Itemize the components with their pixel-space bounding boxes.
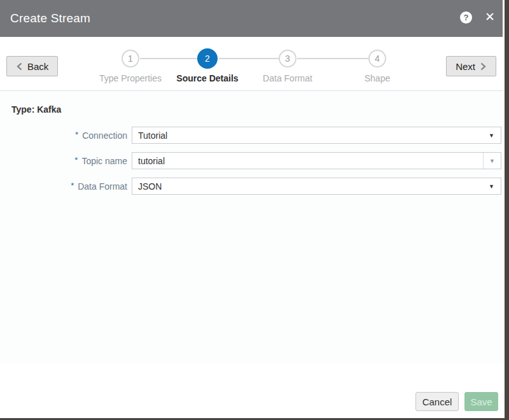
stream-type-label: Type: Kafka: [11, 104, 505, 114]
stepper-connector: [297, 58, 368, 59]
topic-name-combobox: ▼: [132, 152, 501, 169]
data-format-row: * Data Format JSON ▼: [0, 178, 501, 195]
chevron-down-icon: ▼: [489, 132, 494, 139]
required-icon: *: [75, 130, 78, 139]
page-background: Create Stream ? ✕ Back 1 2 3 4 Type Prop…: [0, 0, 509, 420]
help-icon[interactable]: ?: [460, 11, 472, 24]
required-icon: *: [74, 155, 78, 165]
next-button[interactable]: Next: [446, 56, 496, 76]
step-3-circle[interactable]: 3: [279, 50, 296, 67]
chevron-left-icon: [16, 62, 23, 71]
step-1-circle[interactable]: 1: [122, 50, 139, 67]
step-2-circle[interactable]: 2: [197, 48, 218, 69]
connection-label: * Connection: [0, 130, 127, 141]
stepper-connector: [140, 58, 197, 59]
chevron-right-icon: [480, 62, 487, 71]
dialog-title: Create Stream: [10, 11, 90, 25]
step-4-number: 4: [375, 53, 380, 64]
required-icon: *: [71, 181, 74, 190]
dialog-footer: Cancel Save: [415, 392, 498, 411]
connection-select[interactable]: Tutorial ▼: [132, 127, 501, 144]
create-stream-dialog: Create Stream ? ✕ Back 1 2 3 4 Type Prop…: [0, 0, 505, 418]
step-4-circle[interactable]: 4: [368, 50, 386, 67]
dialog-content: Type: Kafka * Connection Tutorial ▼ *: [0, 91, 505, 364]
back-button-label: Back: [27, 61, 48, 72]
topic-name-label: * Topic name: [0, 156, 127, 166]
source-details-form: * Connection Tutorial ▼ * Topic name: [0, 127, 505, 195]
step-1-number: 1: [128, 53, 133, 64]
next-button-label: Next: [456, 61, 475, 72]
wizard-bar: Back 1 2 3 4 Type Properties Source Deta…: [0, 37, 503, 91]
step-3-number: 3: [285, 53, 290, 64]
dialog-header: Create Stream ? ✕: [0, 0, 503, 37]
chevron-down-icon: ▼: [489, 158, 495, 164]
connection-value: Tutorial: [132, 130, 167, 141]
topic-name-row: * Topic name ▼: [0, 152, 501, 169]
data-format-value: JSON: [132, 181, 162, 192]
step-3-label: Data Format: [237, 73, 338, 83]
stepper-connector: [219, 58, 279, 59]
back-button[interactable]: Back: [6, 56, 58, 76]
data-format-select[interactable]: JSON ▼: [132, 178, 501, 195]
chevron-down-icon: ▼: [489, 183, 494, 190]
data-format-label: * Data Format: [0, 181, 127, 192]
cancel-button[interactable]: Cancel: [415, 392, 459, 411]
connection-row: * Connection Tutorial ▼: [0, 127, 501, 144]
close-icon[interactable]: ✕: [485, 10, 495, 25]
step-2-number: 2: [205, 53, 210, 64]
topic-name-input[interactable]: [132, 153, 483, 169]
save-button[interactable]: Save: [464, 392, 498, 411]
topic-dropdown-button[interactable]: ▼: [483, 153, 501, 169]
step-4-label: Shape: [326, 73, 428, 83]
